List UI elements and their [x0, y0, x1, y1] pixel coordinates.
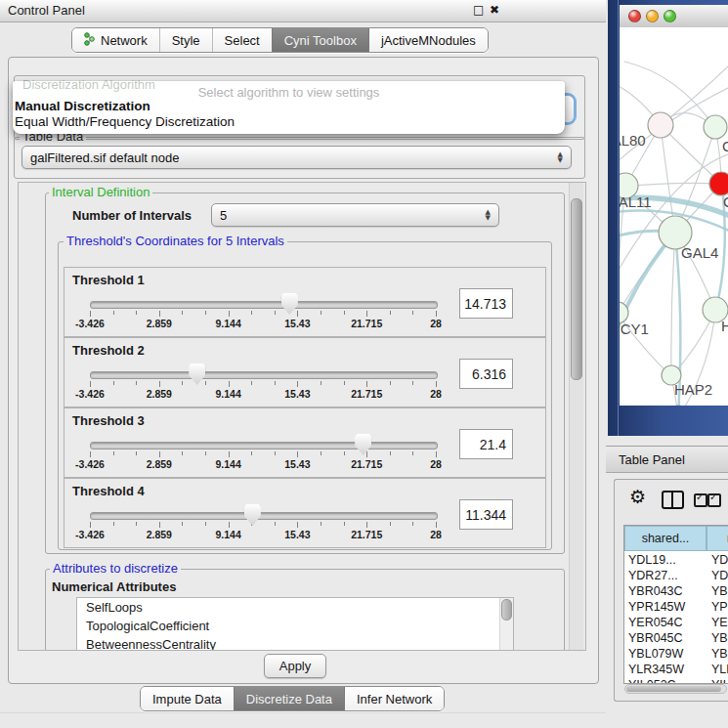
checked-checkbox-icon[interactable]: ✓ [694, 493, 707, 507]
table-row[interactable]: YDL19...YDL1 [624, 552, 728, 568]
network-icon [84, 32, 96, 49]
slider-track[interactable] [90, 442, 438, 450]
tab-label: Infer Network [357, 692, 432, 707]
cell-name: YBR0 [711, 631, 728, 645]
list-scrollbar-track[interactable] [499, 598, 513, 650]
float-window-icon[interactable]: □ [473, 3, 484, 17]
viewport-scrollbar-track[interactable] [569, 183, 583, 650]
table-row[interactable]: YIL052CYIL0 [624, 677, 728, 684]
tab-cyni-toolbox[interactable]: Cyni Toolbox [272, 28, 368, 52]
tab-infer-network[interactable]: Infer Network [344, 687, 444, 710]
cell-name: YBR0 [711, 584, 728, 598]
split-view-icon[interactable] [662, 491, 684, 509]
table-row[interactable]: YDR27...YDR2 [624, 568, 728, 583]
table-row[interactable]: YER054CYER0 [624, 615, 728, 630]
slider-tick-label: 21.715 [345, 388, 388, 400]
tab-style[interactable]: Style [159, 28, 212, 52]
threshold-value-field[interactable]: 14.713 [459, 288, 513, 319]
network-window-titlebar[interactable] [620, 5, 728, 28]
number-of-intervals-label: Number of Intervals [72, 208, 192, 223]
network-edge[interactable] [671, 233, 675, 376]
threshold-value-field[interactable]: 6.316 [459, 359, 513, 389]
threshold-card: Threshold 4-3.4262.8599.14415.4321.71528… [64, 478, 546, 548]
checked-checkbox-icon[interactable]: ✓ [707, 493, 721, 507]
slider-track[interactable] [90, 371, 438, 379]
gear-icon[interactable]: ⚙ [629, 486, 646, 507]
slider-tick [344, 522, 345, 526]
slider-track[interactable] [90, 301, 438, 309]
slider-track[interactable] [90, 512, 438, 520]
list-item[interactable]: SelfLoops [77, 598, 513, 617]
tab-label: Discretize Data [246, 692, 332, 707]
threshold-value-field[interactable]: 11.344 [459, 499, 513, 530]
network-node-G-red[interactable] [709, 172, 728, 195]
slider-tick [113, 522, 114, 526]
slider-tick-label: 15.43 [276, 318, 319, 329]
tab-network[interactable]: Network [72, 28, 159, 52]
tab-label: jActiveMNodules [381, 33, 476, 48]
network-canvas[interactable]: GAL80GAGGAL11GAL4GCY1HHAP2 [620, 27, 728, 406]
tab-impute-data[interactable]: Impute Data [141, 687, 234, 710]
slider-tick-label: -3.426 [68, 458, 111, 470]
numerical-attributes-list[interactable]: SelfLoopsTopologicalCoefficientBetweenne… [76, 597, 514, 651]
close-traffic-light-icon[interactable] [628, 10, 641, 22]
column-header-shared-name[interactable]: shared... [624, 526, 707, 551]
tab-label: Network [101, 33, 148, 48]
table-row[interactable]: YBL079WYBL0 [624, 646, 728, 662]
popup-item-equal-width-frequency[interactable]: Equal Width/Frequency Discretization [15, 114, 235, 129]
network-node-GA[interactable] [704, 115, 727, 139]
list-scrollbar-thumb[interactable] [501, 599, 512, 621]
minimize-traffic-light-icon[interactable] [646, 10, 659, 22]
interval-definition-label: Interval Definition [49, 186, 152, 199]
list-item[interactable]: BetweennessCentrality [77, 635, 513, 651]
table-data-combobox[interactable]: galFiltered.sif default node ▲▼ [21, 146, 572, 169]
table-row[interactable]: YBR043CYBR0 [624, 583, 728, 599]
popup-item-manual-discretization[interactable]: Manual Discretization [15, 99, 150, 113]
slider-thumb[interactable] [189, 364, 205, 385]
table-hscrollbar-track[interactable] [624, 684, 727, 694]
cell-name: YPR1 [711, 600, 728, 614]
slider-tick [159, 311, 160, 317]
close-panel-icon[interactable]: ✖ [490, 3, 499, 17]
table-row[interactable]: YLR345WYLR3 [624, 662, 728, 677]
slider-tick [344, 311, 345, 315]
tab-discretize-data[interactable]: Discretize Data [234, 687, 344, 710]
cell-shared-name: YBR045C [628, 631, 683, 645]
slider-tick-label: -3.426 [68, 529, 111, 540]
cell-shared-name: YLR345W [628, 663, 684, 676]
table-row[interactable]: YPR145WYPR1 [624, 599, 728, 615]
threshold-card: Threshold 2-3.4262.8599.14415.4321.71528… [64, 337, 546, 407]
slider-tick-label: 2.859 [138, 318, 181, 329]
number-of-intervals-combobox[interactable]: 5 ▲▼ [211, 203, 499, 227]
slider-tick [136, 522, 137, 526]
network-edge[interactable] [625, 183, 721, 187]
slider-tick [412, 451, 413, 455]
threshold-value-field[interactable]: 21.4 [459, 429, 513, 459]
column-header-name[interactable]: na [707, 526, 728, 551]
slider-thumb[interactable] [355, 434, 371, 455]
viewport-scrollbar-thumb[interactable] [571, 198, 582, 380]
cell-name: YDR2 [711, 569, 728, 582]
slider-thumb[interactable] [281, 293, 298, 315]
apply-button[interactable]: Apply [264, 654, 326, 678]
slider-tick-label: 9.144 [207, 318, 250, 329]
network-node-label: GA [722, 138, 728, 154]
threshold-label: Threshold 2 [72, 343, 145, 358]
slider-tick [297, 522, 298, 528]
zoom-traffic-light-icon[interactable] [664, 10, 676, 22]
tab-jactivemnodules[interactable]: jActiveMNodules [368, 28, 488, 52]
table-row[interactable]: YBR045CYBR0 [624, 630, 728, 646]
slider-tick [321, 451, 321, 455]
attributes-group-label: Attributes to discretize [50, 562, 181, 576]
list-item[interactable]: TopologicalCoefficient [77, 617, 513, 635]
network-node-label: G [723, 193, 728, 210]
table-hscrollbar-thumb[interactable] [626, 686, 721, 692]
slider-tick-label: 21.715 [345, 318, 388, 329]
tab-select[interactable]: Select [212, 28, 272, 52]
network-node-label: GCY1 [620, 321, 649, 337]
slider-tick [136, 381, 137, 385]
slider-tick-label: 9.144 [207, 388, 250, 400]
slider-thumb[interactable] [244, 504, 261, 526]
slider-tick [321, 381, 321, 385]
network-node-GAL80[interactable] [648, 112, 673, 138]
